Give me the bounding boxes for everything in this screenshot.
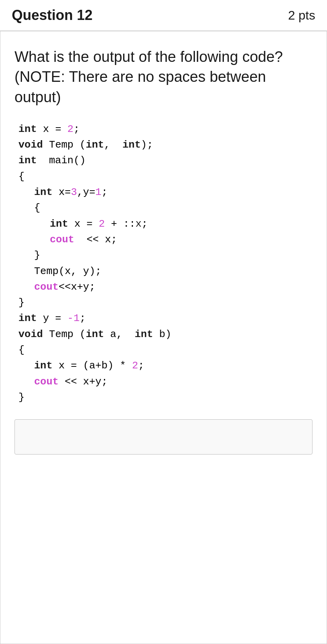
code-line-17: cout << x+y; — [18, 374, 312, 390]
code-line-1: int x = 2; — [18, 121, 312, 137]
page-container: Question 12 2 pts What is the output of … — [0, 0, 327, 644]
code-line-10: Temp(x, y); — [18, 263, 312, 279]
question-header: Question 12 2 pts — [0, 0, 327, 31]
keyword-int: int — [18, 123, 37, 135]
code-line-9: } — [18, 247, 312, 263]
answer-input-box[interactable] — [15, 419, 312, 455]
code-line-4: { — [18, 169, 312, 184]
keyword-void: void — [18, 139, 43, 151]
code-block: int x = 2; void Temp (int, int); int mai… — [15, 121, 312, 405]
code-line-5: int x=3,y=1; — [18, 184, 312, 200]
code-line-14: void Temp (int a, int b) — [18, 327, 312, 342]
code-line-18: } — [18, 390, 312, 405]
code-line-13: int y = -1; — [18, 310, 312, 326]
code-line-15: { — [18, 342, 312, 358]
code-line-16: int x = (a+b) * 2; — [18, 358, 312, 373]
question-body: What is the output of the following code… — [0, 31, 327, 644]
code-line-2: void Temp (int, int); — [18, 137, 312, 153]
code-line-6: { — [18, 200, 312, 216]
keyword-int-main: int — [18, 155, 37, 166]
question-title: Question 12 — [12, 7, 93, 23]
code-line-11: cout<<x+y; — [18, 279, 312, 295]
code-line-12: } — [18, 295, 312, 310]
question-points: 2 pts — [288, 8, 315, 23]
code-line-3: int main() — [18, 153, 312, 168]
question-text: What is the output of the following code… — [15, 47, 312, 107]
code-line-8: cout << x; — [18, 232, 312, 247]
code-line-7: int x = 2 + ::x; — [18, 216, 312, 232]
